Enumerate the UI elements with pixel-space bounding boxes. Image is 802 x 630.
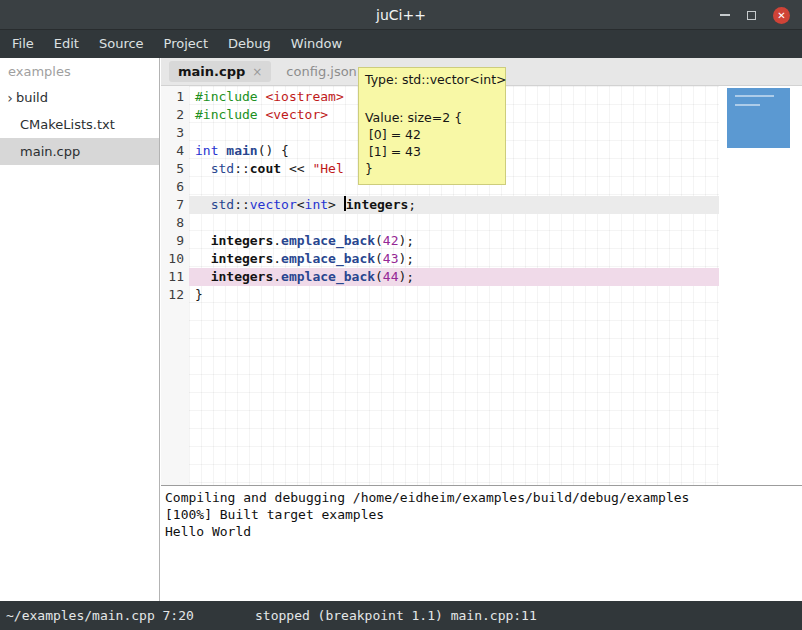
code-token: ); <box>399 233 415 248</box>
tree-item-label: build <box>16 90 48 105</box>
tooltip-value: Value: size=2 { [0] = 42 [1] = 43} <box>365 109 499 177</box>
code-token: ( <box>375 269 383 284</box>
status-debug-status: stopped (breakpoint 1.1) main.cpp:11 <box>255 601 537 630</box>
tooltip-value-line: [0] = 42 <box>365 126 499 143</box>
line-number[interactable]: 8 <box>161 214 184 232</box>
code-token: vector <box>250 197 297 212</box>
code-token: std <box>211 197 234 212</box>
code-token: integers <box>211 269 274 284</box>
code-token <box>195 161 211 176</box>
gutter: 123456789101112 <box>161 86 189 485</box>
code-token: :: <box>234 197 250 212</box>
tree-item-main-cpp[interactable]: main.cpp <box>0 138 159 165</box>
terminal-line: Compiling and debugging /home/eidheim/ex… <box>165 489 802 506</box>
minimap[interactable] <box>727 88 790 148</box>
code-token: ); <box>399 269 415 284</box>
line-number[interactable]: 2 <box>161 106 184 124</box>
window-controls: ✕ <box>720 0 790 30</box>
code-token: std <box>211 161 234 176</box>
tooltip-value-line: } <box>365 160 499 177</box>
window-titlebar: juCi++ ✕ <box>0 0 802 30</box>
code-token: () { <box>258 143 289 158</box>
line-number[interactable]: 4 <box>161 142 184 160</box>
terminal-output[interactable]: Compiling and debugging /home/eidheim/ex… <box>161 485 802 601</box>
code-token: << <box>281 161 312 176</box>
line-number[interactable]: 10 <box>161 250 184 268</box>
code-token: integers <box>346 197 409 212</box>
line-number[interactable]: 12 <box>161 286 184 304</box>
tab-close-icon[interactable]: × <box>252 65 262 79</box>
code-line-12[interactable]: } <box>189 286 719 304</box>
status-file-position: ~/examples/main.cpp 7:20 <box>6 601 194 630</box>
code-token <box>195 233 211 248</box>
code-token: 44 <box>383 269 399 284</box>
line-number[interactable]: 1 <box>161 88 184 106</box>
tab-main-cpp[interactable]: main.cpp× <box>169 61 271 82</box>
terminal-line: Hello World <box>165 523 802 540</box>
line-number[interactable]: 11 <box>161 268 184 286</box>
code-token: :: <box>234 161 250 176</box>
status-bar: ~/examples/main.cpp 7:20 stopped (breakp… <box>0 601 802 630</box>
project-name: examples <box>0 58 159 84</box>
tree-item-label: CMakeLists.txt <box>20 117 115 132</box>
menu-item-project[interactable]: Project <box>154 30 218 58</box>
close-button[interactable]: ✕ <box>773 7 790 24</box>
code-line-7[interactable]: std::vector<int> integers; <box>189 196 719 214</box>
menu-item-edit[interactable]: Edit <box>44 30 89 58</box>
tree-item-cmakelists-txt[interactable]: CMakeLists.txt <box>0 111 159 138</box>
line-number[interactable]: 3 <box>161 124 184 142</box>
menu-item-debug[interactable]: Debug <box>218 30 281 58</box>
tab-label: main.cpp <box>178 64 245 79</box>
code-line-8[interactable] <box>189 214 719 232</box>
code-token <box>195 269 211 284</box>
code-token: . <box>273 251 281 266</box>
code-token: ( <box>375 251 383 266</box>
code-token: #include <box>195 107 258 122</box>
minimize-button[interactable] <box>720 14 730 16</box>
code-token: > <box>328 197 344 212</box>
line-number[interactable]: 6 <box>161 178 184 196</box>
line-number[interactable]: 5 <box>161 160 184 178</box>
code-token: ); <box>399 251 415 266</box>
code-token: emplace_back <box>281 233 375 248</box>
code-token: } <box>195 287 203 302</box>
line-number[interactable]: 7 <box>161 196 184 214</box>
code-token: ( <box>375 233 383 248</box>
tooltip-value-line: Value: size=2 { <box>365 109 499 126</box>
code-line-9[interactable]: integers.emplace_back(42); <box>189 232 719 250</box>
menu-item-source[interactable]: Source <box>89 30 154 58</box>
terminal-line: [100%] Built target examples <box>165 506 802 523</box>
file-tree: ›buildCMakeLists.txtmain.cpp <box>0 84 159 165</box>
menu-item-file[interactable]: File <box>2 30 44 58</box>
code-token: ; <box>408 197 416 212</box>
code-token: int <box>305 197 328 212</box>
code-token: integers <box>211 251 274 266</box>
code-line-11[interactable]: integers.emplace_back(44); <box>189 268 719 286</box>
code-token: #include <box>195 89 258 104</box>
code-token: emplace_back <box>281 269 375 284</box>
code-token: main <box>226 143 257 158</box>
code-token: "Hel <box>312 161 343 176</box>
tab-label: config.json <box>286 64 357 79</box>
tree-item-label: main.cpp <box>20 144 80 159</box>
minimap-line <box>735 95 774 97</box>
code-token: . <box>273 233 281 248</box>
code-token <box>195 251 211 266</box>
menu-bar: FileEditSourceProjectDebugWindow <box>0 30 802 58</box>
expander-icon[interactable]: › <box>0 90 16 106</box>
code-line-10[interactable]: integers.emplace_back(43); <box>189 250 719 268</box>
line-number[interactable]: 9 <box>161 232 184 250</box>
tooltip-value-line: [1] = 43 <box>365 143 499 160</box>
code-token: 42 <box>383 233 399 248</box>
minimap-line <box>735 104 760 106</box>
code-token: 43 <box>383 251 399 266</box>
sidebar: examples ›buildCMakeLists.txtmain.cpp <box>0 58 160 601</box>
editor-right-strip <box>719 86 802 485</box>
maximize-button[interactable] <box>747 11 756 20</box>
code-token: < <box>297 197 305 212</box>
code-token: <iostream> <box>265 89 343 104</box>
tree-item-build[interactable]: ›build <box>0 84 159 111</box>
menu-item-window[interactable]: Window <box>281 30 352 58</box>
code-token: cout <box>250 161 281 176</box>
debug-tooltip: Type: std::vector<int> Value: size=2 { [… <box>358 67 506 185</box>
